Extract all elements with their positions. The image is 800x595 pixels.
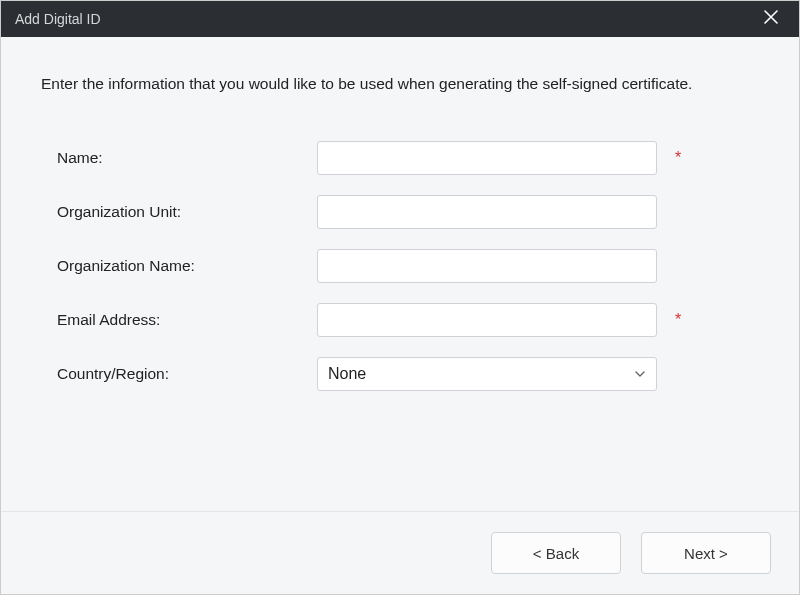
org-name-label: Organization Name: [57,257,317,275]
dialog-title: Add Digital ID [15,11,101,27]
close-icon [764,10,778,28]
email-input[interactable] [317,303,657,337]
next-button[interactable]: Next > [641,532,771,574]
email-label: Email Address: [57,311,317,329]
form-row-org-unit: Organization Unit: [57,195,719,229]
close-button[interactable] [757,5,785,33]
form-row-org-name: Organization Name: [57,249,719,283]
add-digital-id-dialog: Add Digital ID Enter the information tha… [0,0,800,595]
form-row-email: Email Address: * [57,303,719,337]
titlebar: Add Digital ID [1,1,799,37]
dialog-footer: < Back Next > [1,511,799,594]
required-indicator: * [675,311,685,329]
country-label: Country/Region: [57,365,317,383]
country-select[interactable]: None [317,357,657,391]
dialog-content: Enter the information that you would lik… [1,37,799,511]
back-button[interactable]: < Back [491,532,621,574]
org-unit-label: Organization Unit: [57,203,317,221]
name-label: Name: [57,149,317,167]
required-indicator: * [675,149,685,167]
form-row-country: Country/Region: None [57,357,719,391]
instruction-text: Enter the information that you would lik… [41,75,759,93]
next-button-label: Next > [684,545,728,562]
chevron-down-icon [634,368,646,380]
name-input[interactable] [317,141,657,175]
country-selected-value: None [328,365,366,383]
form-row-name: Name: * [57,141,719,175]
org-name-input[interactable] [317,249,657,283]
back-button-label: < Back [533,545,579,562]
certificate-form: Name: * Organization Unit: Organization … [41,141,759,391]
org-unit-input[interactable] [317,195,657,229]
